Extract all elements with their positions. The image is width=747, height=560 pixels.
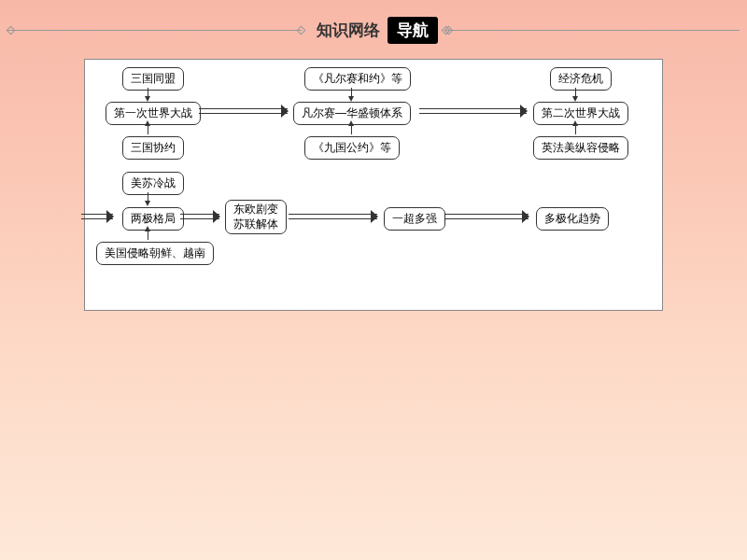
arrow-down-1c [575, 88, 576, 97]
node-triple-entente: 三国协约 [122, 136, 184, 160]
arrow-down-4a [148, 192, 148, 202]
arrow-up-3b [351, 125, 352, 134]
arrow-up-3a [148, 125, 148, 134]
node-nine-power: 《九国公约》等 [304, 136, 400, 160]
node-bipolar: 两极格局 [122, 207, 184, 231]
double-arrow-change-unipolar [289, 212, 377, 221]
arrow-up-6a [148, 231, 148, 240]
divider-right [445, 30, 740, 31]
node-one-super: 一超多强 [384, 207, 445, 231]
double-arrow-bipolar-change [180, 212, 219, 221]
node-ww2: 第二次世界大战 [533, 102, 628, 125]
header-title: 知识网络 导航 [309, 17, 438, 44]
node-versailles-treaty: 《凡尔赛和约》等 [304, 67, 411, 91]
arrow-down-1a [148, 88, 148, 97]
double-arrow-ww1-vw [199, 106, 288, 116]
node-multipolar: 多极化趋势 [536, 207, 609, 231]
node-eastern-europe: 东欧剧变 [233, 203, 278, 217]
arrow-up-3c [575, 125, 576, 134]
node-ww1: 第一次世界大战 [106, 102, 201, 125]
arrow-down-1b [351, 88, 352, 97]
node-appeasement: 英法美纵容侵略 [533, 136, 628, 160]
divider-left [7, 30, 302, 31]
title-light: 知识网络 [309, 17, 388, 44]
node-economic-crisis: 经济危机 [550, 67, 612, 91]
double-arrow-vw-ww2 [419, 106, 527, 116]
node-us-korea-vietnam: 美国侵略朝鲜、越南 [96, 242, 214, 265]
flow-diagram: 三国同盟 《凡尔赛和约》等 经济危机 第一次世界大战 凡尔赛—华盛顿体系 第二次… [84, 59, 663, 311]
node-ussr-dissolve: 苏联解体 [233, 217, 278, 232]
node-eastern-europe-ussr: 东欧剧变 苏联解体 [225, 200, 287, 234]
node-cold-war: 美苏冷战 [122, 172, 184, 195]
double-arrow-in [81, 212, 113, 221]
title-dark: 导航 [388, 17, 438, 44]
double-arrow-unipolar-multi [444, 212, 529, 221]
node-triple-alliance: 三国同盟 [122, 67, 184, 91]
section-header: 知识网络 导航 [0, 0, 747, 53]
